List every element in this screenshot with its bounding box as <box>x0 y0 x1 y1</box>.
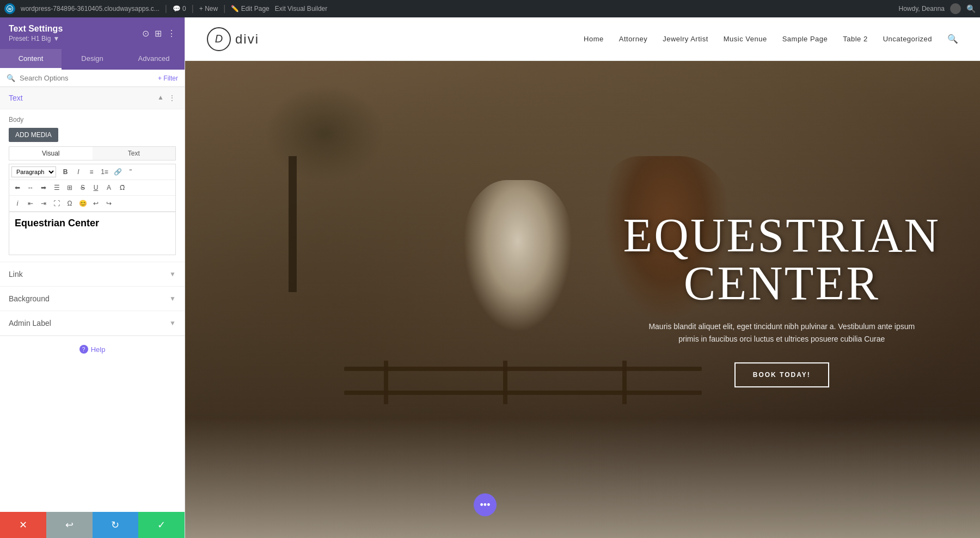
logo-text: divi <box>235 32 259 47</box>
new-button[interactable]: + New <box>199 5 218 13</box>
italic-format-button[interactable]: i <box>11 197 23 209</box>
indent-left-button[interactable]: ⇤ <box>24 197 36 209</box>
redo-button[interactable]: ↪ <box>103 197 115 209</box>
text-tab[interactable]: Text <box>93 147 176 160</box>
bottom-action-bar: ✕ ↩ ↻ ✓ <box>0 512 185 538</box>
site-url[interactable]: wordpress-784896-3610405.cloudwaysapps.c… <box>21 5 160 13</box>
help-link[interactable]: ? Help <box>9 345 176 354</box>
nav-search-icon[interactable]: 🔍 <box>947 34 958 44</box>
underline-button[interactable]: U <box>90 182 102 194</box>
comment-count[interactable]: 💬 0 <box>173 5 186 13</box>
exit-builder-button[interactable]: Exit Visual Builder <box>275 5 328 13</box>
nav-music-venue[interactable]: Music Venue <box>724 35 767 43</box>
admin-search-icon[interactable]: 🔍 <box>966 4 976 13</box>
logo-circle: D <box>207 27 231 51</box>
white-horse <box>463 180 572 332</box>
table-button[interactable]: ⊞ <box>64 182 76 194</box>
nav-sample-page[interactable]: Sample Page <box>782 35 828 43</box>
wp-admin-bar: W wordpress-784896-3610405.cloudwaysapps… <box>0 0 980 17</box>
visual-tab[interactable]: Visual <box>9 147 93 160</box>
text-section-more-icon[interactable]: ⋮ <box>168 94 176 102</box>
undo-action-button[interactable]: ↩ <box>46 512 93 538</box>
edit-page-button[interactable]: ✏️ Edit Page <box>231 5 269 13</box>
text-settings-panel: Text Settings Preset: H1 Big ▼ ⊙ ⊞ ⋮ Con… <box>0 17 185 538</box>
toolbar-row-2: ⬅ ↔ ➡ ☰ ⊞ S U A Ω̃ <box>9 180 175 196</box>
editor-content[interactable]: Equestrian Center <box>15 218 170 229</box>
user-avatar[interactable] <box>950 3 961 14</box>
undo-button[interactable]: ↩ <box>90 197 102 209</box>
hero-title: EQUESTRIAN CENTER <box>623 212 940 307</box>
fence-post-2 <box>503 361 507 404</box>
background-section: Background ▼ <box>0 287 185 311</box>
text-section-title: Text <box>9 94 23 102</box>
blockquote-button[interactable]: " <box>125 166 137 178</box>
add-media-button[interactable]: ADD MEDIA <box>9 128 58 142</box>
panel-header-icons: ⊙ ⊞ ⋮ <box>142 28 176 39</box>
tab-advanced[interactable]: Advanced <box>123 49 185 70</box>
bold-button[interactable]: B <box>59 166 71 178</box>
align-right-button[interactable]: ➡ <box>38 182 50 194</box>
nav-uncategorized[interactable]: Uncategorized <box>883 35 932 43</box>
panel-preset[interactable]: Preset: H1 Big ▼ <box>9 35 63 42</box>
special-chars-button[interactable]: Ω <box>64 197 76 209</box>
howdy-text: Howdy, Deanna <box>899 5 945 13</box>
text-color-button[interactable]: A <box>103 182 115 194</box>
save-button[interactable]: ✓ <box>138 512 185 538</box>
align-left-button[interactable]: ⬅ <box>11 182 23 194</box>
emoji-button[interactable]: 😊 <box>77 197 89 209</box>
hero-content: EQUESTRIAN CENTER Mauris blandit aliquet… <box>623 212 940 388</box>
format-button-2[interactable]: Ω̃ <box>116 182 128 194</box>
hero-section: EQUESTRIAN CENTER Mauris blandit aliquet… <box>185 61 980 538</box>
link-section: Link ▼ <box>0 262 185 287</box>
nav-home[interactable]: Home <box>584 35 604 43</box>
tab-content[interactable]: Content <box>0 49 62 70</box>
svg-text:W: W <box>8 7 12 11</box>
background-section-title: Background <box>9 294 50 303</box>
hero-cta-button[interactable]: BOOK TODAY! <box>734 362 829 387</box>
nav-attorney[interactable]: Attorney <box>619 35 647 43</box>
panel-layout-icon[interactable]: ⊞ <box>155 28 162 39</box>
tree-canopy <box>265 85 384 183</box>
text-section-collapse-icon[interactable]: ▲ <box>157 94 164 102</box>
hero-subtitle: Mauris blandit aliquet elit, eget tincid… <box>640 320 923 347</box>
panel-focus-icon[interactable]: ⊙ <box>142 28 149 39</box>
fullscreen-button[interactable]: ⛶ <box>51 197 63 209</box>
floating-dots-button[interactable]: ••• <box>474 493 497 516</box>
filter-button[interactable]: + Filter <box>158 75 178 82</box>
italic-button[interactable]: I <box>72 166 84 178</box>
background-section-arrow-icon[interactable]: ▼ <box>169 295 176 302</box>
align-justify-button[interactable]: ☰ <box>51 182 63 194</box>
strikethrough-button[interactable]: S <box>77 182 89 194</box>
cancel-button[interactable]: ✕ <box>0 512 46 538</box>
site-nav: Home Attorney Jewelry Artist Music Venue… <box>584 34 958 44</box>
admin-label-section-header[interactable]: Admin Label ▼ <box>0 311 185 335</box>
ordered-list-button[interactable]: 1≡ <box>99 166 111 178</box>
text-section-body: Body ADD MEDIA Visual Text Paragraph Hea… <box>0 109 185 262</box>
indent-right-button[interactable]: ⇥ <box>38 197 50 209</box>
admin-label-section-title: Admin Label <box>9 319 51 327</box>
tab-design[interactable]: Design <box>62 49 123 70</box>
link-button[interactable]: 🔗 <box>112 166 124 178</box>
editor-area[interactable]: Equestrian Center <box>9 212 176 255</box>
link-section-arrow-icon[interactable]: ▼ <box>169 270 176 278</box>
wp-logo-icon[interactable]: W <box>4 3 15 14</box>
editor-toolbar: Paragraph Heading 1 Heading 2 B I ≡ 1≡ 🔗… <box>9 164 176 212</box>
redo-action-button[interactable]: ↻ <box>93 512 139 538</box>
nav-table-2[interactable]: Table 2 <box>843 35 867 43</box>
panel-more-icon[interactable]: ⋮ <box>167 28 176 39</box>
align-center-button[interactable]: ↔ <box>24 182 36 194</box>
panel-tabs: Content Design Advanced <box>0 49 185 70</box>
text-section-header[interactable]: Text ▲ ⋮ <box>0 87 185 109</box>
fence-post-1 <box>384 361 388 404</box>
site-logo: D divi <box>207 27 259 51</box>
nav-jewelry-artist[interactable]: Jewelry Artist <box>663 35 708 43</box>
panel-search: 🔍 + Filter <box>0 70 185 87</box>
format-select[interactable]: Paragraph Heading 1 Heading 2 <box>11 166 56 177</box>
background-section-header[interactable]: Background ▼ <box>0 287 185 311</box>
admin-label-arrow-icon[interactable]: ▼ <box>169 319 176 327</box>
help-icon: ? <box>79 345 88 354</box>
search-input[interactable] <box>20 74 154 82</box>
unordered-list-button[interactable]: ≡ <box>85 166 97 178</box>
tree-trunk <box>289 156 297 292</box>
link-section-header[interactable]: Link ▼ <box>0 262 185 286</box>
